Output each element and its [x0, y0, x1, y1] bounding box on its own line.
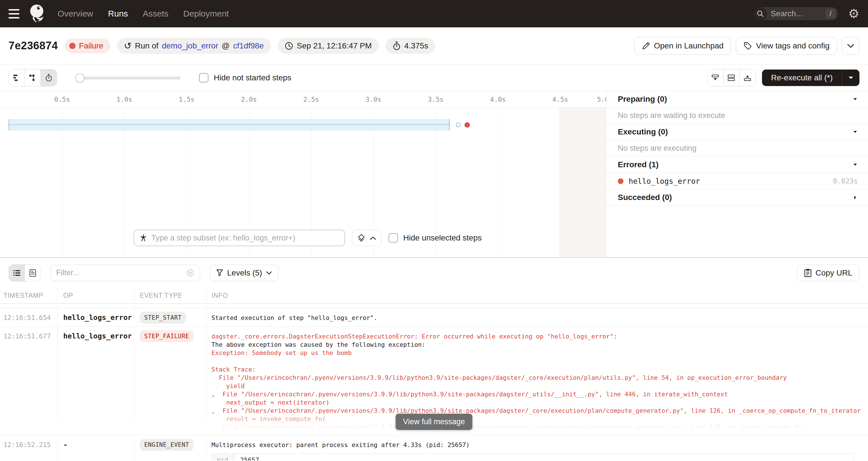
step-subset-input-box[interactable]	[134, 229, 345, 246]
gantt-time-axis: 0.5s1.0s1.5s2.0s2.5s3.0s3.5s4.0s4.5s5.0s	[0, 91, 606, 108]
caret-down-icon	[852, 129, 858, 134]
log-event-type-cell: STEP_START	[134, 308, 206, 327]
open-in-launchpad-button[interactable]: Open in Launchpad	[634, 37, 731, 55]
clear-filter-icon[interactable]	[186, 268, 195, 278]
gantt-progress-dotline	[9, 124, 449, 125]
run-actions-chevron-button[interactable]	[842, 37, 860, 55]
nav-item-assets[interactable]: Assets	[143, 9, 168, 19]
step-panel-section-title: Executing (0)	[618, 127, 668, 136]
start-time: Sep 21, 12:16:47 PM	[297, 41, 372, 51]
step-panel-section-header[interactable]: Executing (0)	[607, 124, 868, 141]
clock-icon	[284, 41, 293, 51]
levels-dropdown-button[interactable]: Levels (5)	[210, 265, 278, 281]
expand-bottom-panel-button[interactable]	[708, 69, 723, 86]
log-op-name: -	[58, 435, 134, 460]
hide-unselected-label: Hide unselected steps	[403, 233, 482, 243]
expand-top-panel-button[interactable]	[740, 69, 755, 86]
gear-icon[interactable]: ⚙	[848, 7, 860, 20]
nav-item-overview[interactable]: Overview	[58, 9, 93, 19]
graph-query-toggle-button[interactable]	[352, 229, 381, 246]
structured-log-view-button[interactable]	[9, 265, 25, 281]
layers-icon	[358, 234, 365, 242]
duration: 4.375s	[404, 41, 428, 51]
event-type-badge: ENGINE_EVENT	[140, 439, 194, 451]
search-input[interactable]	[767, 9, 812, 18]
view-full-message-button[interactable]: View full message	[396, 414, 472, 430]
dagster-logo[interactable]	[29, 4, 46, 24]
step-panel-section-header[interactable]: Succeeded (0)	[607, 189, 868, 206]
log-info-line	[212, 357, 868, 365]
log-info-line: The above exception was caused by the fo…	[212, 340, 868, 349]
step-error-dot-icon	[618, 178, 623, 184]
split-panels-button[interactable]	[723, 69, 740, 86]
step-status-panel: Preparing (0)No steps are waiting to exe…	[607, 91, 868, 257]
metadata-key: pid	[212, 454, 235, 460]
gantt-zoom-slider[interactable]	[75, 69, 181, 86]
nav-item-runs[interactable]: Runs	[108, 9, 128, 19]
gantt-flat-view-button[interactable]	[9, 69, 25, 86]
hamburger-menu-icon[interactable]	[8, 6, 23, 21]
log-column-header: TIMESTAMP	[0, 292, 58, 300]
gantt-timed-view-button[interactable]	[41, 69, 57, 86]
step-panel-section-title: Preparing (0)	[618, 95, 667, 104]
caret-down-icon	[852, 97, 858, 102]
status-dot-icon	[69, 43, 75, 49]
log-filter-input[interactable]	[56, 268, 186, 277]
log-info-line: Stack Trace:	[212, 365, 868, 373]
log-info-line: next_output = next(iterator)	[212, 398, 868, 407]
chevron-down-icon	[847, 43, 854, 48]
op-selector-icon	[140, 234, 147, 242]
step-panel-section-title: Succeeded (0)	[618, 193, 672, 202]
hide-not-started-checkbox-row[interactable]: Hide not started steps	[199, 73, 291, 83]
log-column-header: INFO	[206, 292, 868, 300]
step-panel-step-row[interactable]: hello_logs_error0.023s	[607, 173, 868, 190]
search-icon	[754, 7, 767, 20]
hide-unselected-checkbox[interactable]	[389, 233, 398, 243]
gantt-toolbar: Hide not started steps Re-execute all (*…	[0, 64, 868, 91]
axis-tick-label: 1.0s	[117, 91, 132, 108]
slider-thumb[interactable]	[75, 73, 84, 83]
gantt-step-bar[interactable]	[8, 119, 450, 130]
top-nav: OverviewRunsAssetsDeployment / ⚙	[0, 0, 868, 27]
log-timestamp: 12:16:52.215	[0, 435, 58, 460]
axis-tick-label: 3.0s	[366, 91, 381, 108]
copy-url-button[interactable]: Copy URL	[797, 265, 860, 281]
start-time-pill: Sep 21, 12:16:47 PM	[278, 38, 379, 54]
log-view-mode-group	[8, 265, 41, 281]
view-tags-config-button[interactable]: View tags and config	[736, 37, 837, 55]
hide-not-started-checkbox[interactable]	[199, 73, 209, 83]
gantt-chart[interactable]: 0.5s1.0s1.5s2.0s2.5s3.0s3.5s4.0s4.5s5.0s…	[0, 91, 607, 257]
snapshot-link[interactable]: cf1df98e	[233, 41, 264, 51]
step-panel-section-header[interactable]: Preparing (0)	[607, 91, 868, 108]
log-table-row[interactable]: 12:16:52.215-ENGINE_EVENTMultiprocess ex…	[0, 435, 868, 460]
log-table-row[interactable]: 12:16:51.654hello_logs_errorSTEP_STARTSt…	[0, 308, 868, 327]
log-column-header: OP	[58, 292, 134, 300]
log-table: TIMESTAMPOPEVENT TYPEINFO 12:16:51.654he…	[0, 288, 868, 460]
log-timestamp: 12:16:51.654	[0, 308, 58, 327]
gantt-waterfall-view-button[interactable]	[25, 69, 41, 86]
history-icon: ↺	[124, 41, 132, 51]
reexecute-all-button[interactable]: Re-execute all (*)	[762, 69, 860, 86]
log-metadata-table: pid25657	[212, 454, 854, 460]
status-badge: Failure	[65, 38, 110, 53]
log-filter-box[interactable]	[51, 265, 200, 281]
raw-log-view-button[interactable]	[25, 265, 41, 281]
gantt-open-marker	[456, 123, 461, 127]
nav-items: OverviewRunsAssetsDeployment	[58, 9, 244, 19]
step-subset-input[interactable]	[151, 234, 339, 243]
reexecute-dropdown-caret[interactable]	[842, 69, 860, 86]
reexecute-all-label: Re-execute all (*)	[762, 73, 842, 82]
job-link[interactable]: demo_job_error	[162, 41, 218, 51]
step-name: hello_logs_error	[629, 177, 700, 185]
step-panel-section-header[interactable]: Errored (1)	[607, 157, 868, 173]
panel-layout-group	[707, 69, 756, 86]
search-box[interactable]: /	[754, 7, 838, 20]
log-event-type-cell: ENGINE_EVENT	[134, 435, 206, 460]
event-type-badge: STEP_START	[140, 312, 186, 324]
log-column-header: EVENT TYPE	[134, 292, 206, 300]
step-panel-empty-text: No steps are executing	[618, 144, 696, 153]
axis-tick-label: 4.5s	[552, 91, 568, 108]
nav-item-deployment[interactable]: Deployment	[183, 9, 229, 19]
hide-unselected-checkbox-row[interactable]: Hide unselected steps	[389, 233, 482, 243]
event-type-badge: STEP_FAILURE	[140, 330, 194, 342]
